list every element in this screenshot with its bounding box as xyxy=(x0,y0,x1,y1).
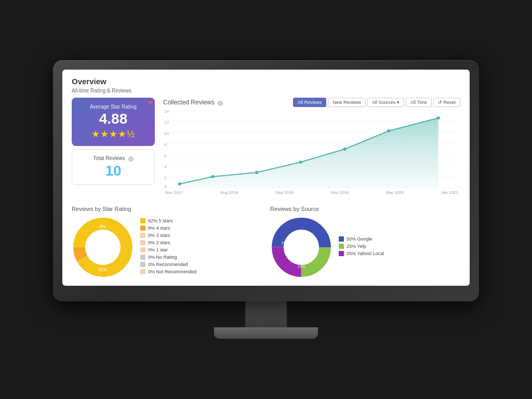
chart-panel: Collected Reviews i All Reviews New Revi… xyxy=(163,98,460,198)
svg-point-21 xyxy=(343,148,346,151)
monitor-screen: Overview All-time Rating & Reviews Avera… xyxy=(62,70,470,286)
source-title: Reviews by Source xyxy=(270,206,460,212)
legend-color-norating xyxy=(140,255,145,260)
legend-color-recommended xyxy=(140,262,145,267)
legend-item: 0% 3 stars xyxy=(140,233,262,238)
source-donut: 25% 25% 50% xyxy=(270,216,332,278)
chart-header: Collected Reviews i All Reviews New Revi… xyxy=(163,98,460,107)
new-reviews-btn[interactable]: New Reviews xyxy=(328,98,366,107)
legend-color-yelp xyxy=(339,244,344,249)
svg-text:4: 4 xyxy=(164,165,167,169)
legend-item: 25% Yahoo! Local xyxy=(339,251,460,256)
top-row: Average Star Rating 4.88 ★★★★½ Total Rev… xyxy=(72,98,460,198)
svg-text:50%: 50% xyxy=(311,246,319,250)
total-reviews-info-icon[interactable]: i xyxy=(128,156,134,162)
star-rating-title: Reviews by Star Rating xyxy=(72,206,262,212)
all-sources-btn[interactable]: All Sources xyxy=(367,98,404,107)
legend-label-norating: 0% No Rating xyxy=(148,255,177,260)
legend-label-3star: 0% 3 stars xyxy=(148,233,170,238)
legend-label-4star: 8% 4 stars xyxy=(148,225,170,231)
legend-color-5star xyxy=(140,218,145,223)
source-legend: 50% Google 25% Yelp 25% Yahoo! Local xyxy=(339,236,460,258)
svg-text:6: 6 xyxy=(164,154,167,158)
legend-label-yelp: 25% Yelp xyxy=(347,244,366,249)
total-reviews-value: 10 xyxy=(79,163,147,179)
legend-color-yahoo xyxy=(339,251,344,256)
legend-item: 0% Not Recommended xyxy=(140,269,262,274)
legend-color-1star xyxy=(140,247,145,252)
legend-item: 8% 4 stars xyxy=(140,225,262,231)
legend-label-notrecommended: 0% Not Recommended xyxy=(148,269,196,274)
all-time-label: All-time Rating & Reviews xyxy=(72,88,460,94)
legend-color-2star xyxy=(140,240,145,245)
legend-color-notrecommended xyxy=(140,269,145,274)
total-reviews-row: Total Reviews i xyxy=(79,155,147,162)
source-panel: Reviews by Source xyxy=(270,206,460,278)
svg-text:0: 0 xyxy=(164,184,167,188)
reset-btn[interactable]: ↺ Reset xyxy=(433,98,460,107)
avg-star-label: Average Star Rating xyxy=(79,104,148,110)
svg-point-23 xyxy=(436,116,440,119)
collected-reviews-info-icon[interactable]: i xyxy=(218,101,223,106)
area-chart-container: 14 12 10 8 6 4 2 0 xyxy=(163,110,460,198)
svg-text:12: 12 xyxy=(164,121,169,125)
star-rating-legend: 92% 5 stars 8% 4 stars 0% 3 stars xyxy=(140,218,262,276)
legend-label-5star: 92% 5 stars xyxy=(148,218,173,223)
svg-point-19 xyxy=(255,171,258,174)
legend-label-yahoo: 25% Yahoo! Local xyxy=(347,251,384,256)
legend-color-3star xyxy=(140,233,145,238)
legend-item: 92% 5 stars xyxy=(140,218,262,223)
avg-star-card: Average Star Rating 4.88 ★★★★½ xyxy=(72,98,155,146)
rating-panel: Average Star Rating 4.88 ★★★★½ Total Rev… xyxy=(72,98,155,198)
legend-item: 0% 1 star xyxy=(140,247,262,252)
svg-text:10: 10 xyxy=(164,131,169,136)
legend-item: 0% 2 stars xyxy=(140,240,262,245)
star-donut-svg: 8% 92% xyxy=(72,216,134,278)
svg-point-20 xyxy=(299,161,302,164)
monitor-bezel: Overview All-time Rating & Reviews Avera… xyxy=(53,60,479,301)
svg-text:92%: 92% xyxy=(98,267,108,272)
all-reviews-btn[interactable]: All Reviews xyxy=(293,98,327,107)
svg-point-26 xyxy=(88,232,117,262)
source-donut-svg: 25% 25% 50% xyxy=(270,216,332,278)
legend-item: 0% Recommended xyxy=(140,262,262,267)
svg-text:2: 2 xyxy=(164,176,167,181)
legend-color-4star xyxy=(140,225,145,231)
star-rating-donut-section: 8% 92% 92% 5 stars xyxy=(72,216,262,278)
page-title: Overview xyxy=(72,77,460,86)
star-rating-panel: Reviews by Star Rating xyxy=(72,206,262,278)
bottom-row: Reviews by Star Rating xyxy=(72,206,460,278)
svg-point-17 xyxy=(178,182,181,185)
total-reviews-label: Total Reviews xyxy=(93,155,125,161)
source-donut-section: 25% 25% 50% 50% Google xyxy=(270,216,460,278)
filter-buttons: All Reviews New Reviews All Sources All … xyxy=(293,98,460,107)
legend-label-google: 50% Google xyxy=(347,236,373,242)
svg-point-18 xyxy=(211,175,214,178)
legend-label-2star: 0% 2 stars xyxy=(148,240,170,245)
collected-reviews-title: Collected Reviews i xyxy=(163,99,223,106)
svg-point-22 xyxy=(387,129,390,132)
svg-text:25%: 25% xyxy=(281,241,289,245)
avg-star-value: 4.88 xyxy=(79,112,148,126)
svg-text:8%: 8% xyxy=(100,224,107,229)
svg-text:8: 8 xyxy=(164,142,167,147)
x-axis-labels: Nov 2017 Aug 2018 Sep 2018 Nov 2018 Mar … xyxy=(163,190,460,195)
legend-item: 0% No Rating xyxy=(140,255,262,260)
monitor-stand-base xyxy=(214,327,318,339)
svg-text:25%: 25% xyxy=(298,265,305,269)
legend-item: 25% Yelp xyxy=(339,244,460,249)
svg-text:14: 14 xyxy=(164,110,169,114)
dashboard: Overview All-time Rating & Reviews Avera… xyxy=(62,70,470,286)
total-reviews-card: Total Reviews i 10 xyxy=(72,149,155,185)
all-time-btn[interactable]: All Time xyxy=(406,98,432,107)
area-chart-svg: 14 12 10 8 6 4 2 0 xyxy=(163,110,460,188)
monitor-stand-neck xyxy=(245,301,287,327)
star-rating-donut: 8% 92% xyxy=(72,216,134,278)
legend-label-1star: 0% 1 star xyxy=(148,247,168,252)
monitor-wrapper: Overview All-time Rating & Reviews Avera… xyxy=(53,60,479,339)
legend-item: 50% Google xyxy=(339,236,460,242)
legend-color-google xyxy=(339,236,344,242)
star-display: ★★★★½ xyxy=(79,128,148,140)
legend-label-recommended: 0% Recommended xyxy=(148,262,188,267)
